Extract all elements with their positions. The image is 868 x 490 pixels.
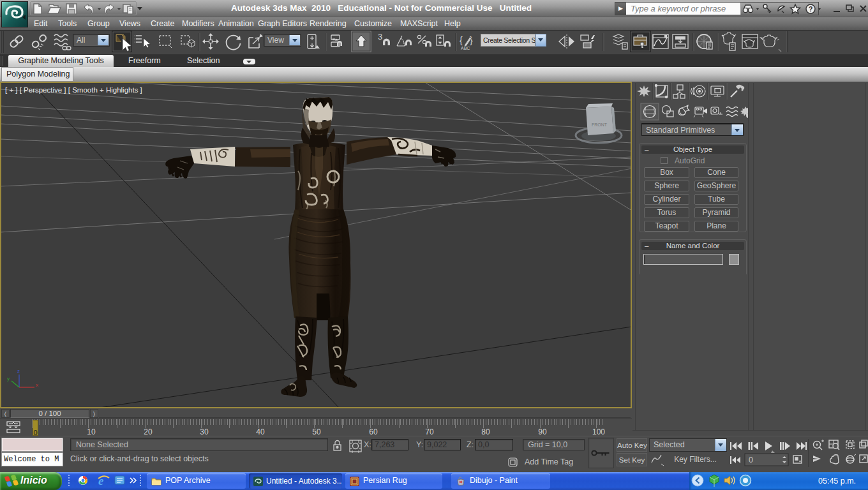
svg-text:0: 0 <box>749 456 753 464</box>
svg-text:x: x <box>36 382 38 388</box>
svg-text:FRONT: FRONT <box>592 122 608 127</box>
svg-text:?: ? <box>809 5 813 13</box>
svg-text:ABC: ABC <box>461 46 470 50</box>
svg-text:{: { <box>460 35 463 45</box>
svg-text:z: z <box>17 368 20 374</box>
svg-text:y: y <box>7 376 10 382</box>
svg-text:3: 3 <box>378 32 382 41</box>
